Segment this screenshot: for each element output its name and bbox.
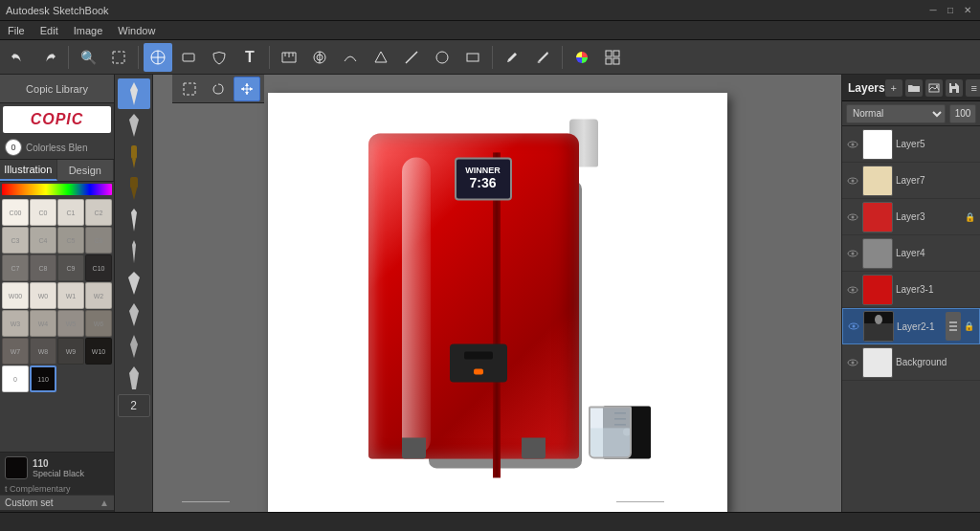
swatch-c6[interactable]: C6	[85, 227, 112, 254]
layer-eye-layer4[interactable]	[846, 247, 859, 260]
rect-tool-btn[interactable]	[174, 43, 203, 72]
grid-btn[interactable]	[598, 43, 627, 72]
swatch-c5[interactable]: C5	[57, 227, 84, 254]
tab-design[interactable]: Design	[57, 160, 115, 181]
minimize-btn[interactable]: ─	[926, 4, 940, 17]
close-btn[interactable]: ✕	[961, 4, 974, 17]
swatch-w00[interactable]: W00	[2, 282, 29, 309]
brush-number-2[interactable]: 2	[118, 394, 150, 417]
svg-line-12	[406, 52, 417, 63]
swatch-c4[interactable]: C4	[30, 227, 56, 254]
swatch-c10[interactable]: C10	[85, 254, 112, 281]
menu-edit[interactable]: Edit	[36, 25, 62, 36]
folder-btn[interactable]	[905, 79, 923, 97]
ruler-btn[interactable]	[275, 43, 303, 72]
layer-item-layer2-1[interactable]: Layer2-1 🔒	[842, 308, 980, 344]
swatch-w6[interactable]: W6	[85, 310, 112, 337]
layer-extra-btn-layer2-1[interactable]	[946, 312, 961, 341]
transform-btn[interactable]	[144, 43, 172, 72]
layer-eye-background[interactable]	[846, 356, 859, 369]
menu-file[interactable]: File	[4, 25, 29, 36]
vm-body: WINNER 7:36	[368, 133, 579, 458]
swatch-c00[interactable]: C00	[2, 199, 29, 226]
move-sub-btn[interactable]	[234, 77, 260, 101]
text-btn[interactable]: T	[235, 43, 264, 72]
swatch-w3[interactable]: W3	[2, 310, 29, 337]
brush-thin-1[interactable]	[118, 205, 150, 235]
swatch-w10[interactable]: W10	[85, 338, 112, 365]
swatch-w8[interactable]: W8	[30, 338, 56, 365]
redo-btn[interactable]	[34, 43, 63, 72]
brush-wide-3[interactable]	[118, 331, 150, 362]
layer-item-layer4[interactable]: Layer4	[842, 235, 980, 272]
blend-mode-select[interactable]: Normal	[846, 104, 946, 123]
shape-btn[interactable]	[367, 43, 395, 72]
swatch-c8[interactable]: C8	[30, 254, 56, 281]
swatch-c3[interactable]: C3	[2, 227, 29, 254]
rect-select-sub-btn[interactable]	[176, 77, 203, 101]
layer-item-layer3[interactable]: Layer3 🔒	[842, 199, 980, 235]
canvas-area[interactable]: WINNER 7:36	[153, 75, 841, 531]
curve-btn[interactable]	[336, 43, 365, 72]
svg-point-15	[538, 61, 541, 63]
swatch-row-5: W3 W4 W5 W6	[2, 310, 112, 337]
maximize-btn[interactable]: □	[944, 4, 957, 17]
pen-nib-1[interactable]	[118, 78, 150, 109]
menu-window[interactable]: Window	[114, 25, 159, 36]
line-btn[interactable]	[397, 43, 426, 72]
layer-item-layer7[interactable]: Layer7	[842, 163, 980, 199]
undo-btn[interactable]	[4, 43, 33, 72]
layer-eye-layer5[interactable]	[846, 138, 859, 151]
swatch-c1[interactable]: C1	[57, 199, 84, 226]
swatch-c7[interactable]: C7	[2, 254, 29, 281]
tab-illustration[interactable]: Illustration	[0, 160, 57, 181]
layer-item-layer5[interactable]: Layer5	[842, 126, 980, 163]
swatch-w5[interactable]: W5	[57, 310, 84, 337]
select-btn[interactable]	[104, 43, 133, 72]
layer-eye-layer3-1[interactable]	[846, 283, 859, 297]
swatch-w1[interactable]: W1	[57, 282, 84, 309]
swatch-w2[interactable]: W2	[85, 282, 112, 309]
swatch-0[interactable]: 0	[2, 365, 29, 392]
swatch-w0[interactable]: W0	[30, 282, 56, 309]
warp-btn[interactable]	[205, 43, 234, 72]
swatch-w4[interactable]: W4	[30, 310, 56, 337]
layer-eye-layer7[interactable]	[846, 174, 859, 188]
brush-wide-2[interactable]	[118, 299, 150, 330]
layer-eye-layer3[interactable]	[846, 210, 859, 224]
circle-btn[interactable]	[428, 43, 457, 72]
swatch-c2[interactable]: C2	[85, 199, 112, 226]
brush-wide-4[interactable]	[118, 363, 150, 393]
menu-image[interactable]: Image	[70, 25, 107, 36]
color-wheel-btn[interactable]	[568, 43, 596, 72]
pen-nib-2[interactable]	[118, 110, 150, 141]
brush-marker-2[interactable]	[118, 173, 150, 204]
zoom-btn[interactable]: 🔍	[74, 43, 102, 72]
vm-display: WINNER 7:36	[455, 157, 512, 200]
brush-wide-1[interactable]	[118, 268, 150, 299]
brush-thin-2[interactable]	[118, 236, 150, 267]
symmetry-btn[interactable]	[305, 43, 334, 72]
layer-eye-layer2-1[interactable]	[847, 320, 860, 333]
brush-marker-1[interactable]	[118, 142, 150, 172]
swatch-w9[interactable]: W9	[57, 338, 84, 365]
save-layer-btn[interactable]	[946, 79, 963, 97]
custom-set-arrow[interactable]: ▲	[100, 498, 109, 508]
copic-library-header[interactable]: Copic Library	[0, 75, 114, 103]
layer-item-background[interactable]: Background	[842, 344, 980, 381]
lasso-sub-btn[interactable]	[205, 77, 232, 101]
image-btn[interactable]	[925, 79, 943, 97]
swatch-110[interactable]: 110	[30, 365, 56, 392]
brush-btn[interactable]	[528, 43, 557, 72]
add-layer-btn[interactable]: +	[885, 79, 902, 97]
more-tool-btn[interactable]	[458, 43, 487, 72]
svg-point-13	[436, 52, 448, 63]
swatch-w7[interactable]: W7	[2, 338, 29, 365]
swatch-c0[interactable]: C0	[30, 199, 56, 226]
swatch-c9[interactable]: C9	[57, 254, 84, 281]
opacity-input[interactable]	[949, 104, 976, 123]
layer-item-layer3-1[interactable]: Layer3-1	[842, 272, 980, 308]
vm-cup-liquid	[590, 428, 630, 456]
menu-layer-btn[interactable]: ≡	[966, 79, 980, 97]
pencil-btn[interactable]	[498, 43, 526, 72]
